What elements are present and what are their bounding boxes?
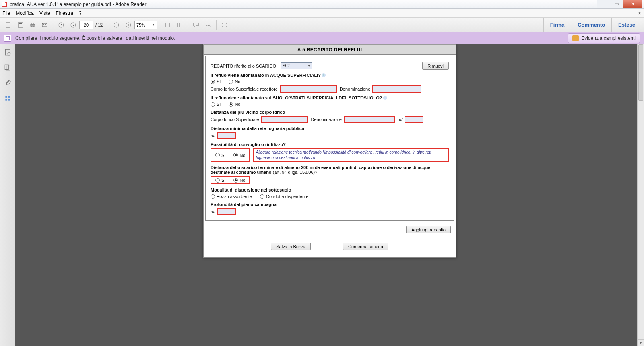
highlight-fields-button[interactable]: Evidenzia campi esistenti (568, 33, 640, 43)
form-infobar: Compilare il modulo seguente. È possibil… (0, 32, 644, 44)
window-titlebar: pratica_AUA ver 1.0.11a esempio per guid… (0, 0, 644, 9)
sign-icon[interactable] (203, 20, 213, 30)
svg-rect-15 (177, 23, 179, 27)
form-icon (4, 35, 11, 42)
menu-file[interactable]: File (2, 10, 10, 16)
svg-point-7 (59, 23, 64, 27)
tool-icon-1[interactable] (163, 20, 172, 30)
close-button[interactable]: ✕ (623, 0, 642, 8)
panel-estese[interactable]: Estese (611, 18, 642, 32)
svg-rect-16 (180, 23, 182, 27)
zoom-out-icon[interactable] (111, 20, 121, 30)
page-count-label: / 22 (95, 22, 103, 28)
page-number-input[interactable] (79, 21, 93, 29)
page-up-icon[interactable] (56, 20, 66, 30)
export-pdf-icon[interactable] (4, 20, 13, 30)
svg-point-8 (71, 23, 76, 27)
save-icon[interactable] (16, 20, 25, 30)
email-icon[interactable] (40, 20, 50, 30)
page-down-icon[interactable] (68, 20, 78, 30)
menu-vista[interactable]: Vista (39, 10, 50, 16)
svg-rect-14 (165, 23, 169, 27)
form-info-message: Compilare il modulo seguente. È possibil… (15, 35, 175, 41)
pdf-icon (2, 2, 7, 7)
menu-help[interactable]: ? (79, 10, 82, 16)
print-icon[interactable] (28, 20, 37, 30)
maximize-button[interactable]: ▭ (610, 0, 623, 8)
comment-icon[interactable] (191, 20, 201, 30)
toolbar: / 22 75%▼ Firma Commento Estese (0, 18, 644, 32)
zoom-select[interactable]: 75%▼ (134, 21, 157, 29)
menu-modifica[interactable]: Modifica (16, 10, 34, 16)
window-title: pratica_AUA ver 1.0.11a esempio per guid… (10, 2, 147, 7)
tool-icon-2[interactable] (175, 20, 184, 30)
svg-rect-2 (19, 23, 22, 24)
panel-firma[interactable]: Firma (543, 18, 571, 32)
highlight-icon (572, 35, 579, 41)
zoom-in-icon[interactable] (124, 20, 133, 30)
zoom-value: 75% (136, 23, 145, 27)
panel-commento[interactable]: Commento (571, 18, 611, 32)
fullscreen-icon[interactable] (220, 20, 229, 30)
minimize-button[interactable]: — (597, 0, 610, 8)
menubar: File Modifica Vista Finestra ? ✕ (0, 9, 644, 18)
highlight-fields-label: Evidenzia campi esistenti (581, 35, 636, 41)
svg-rect-4 (31, 23, 34, 24)
menubar-close-icon[interactable]: ✕ (638, 10, 642, 16)
menu-finestra[interactable]: Finestra (56, 10, 73, 16)
